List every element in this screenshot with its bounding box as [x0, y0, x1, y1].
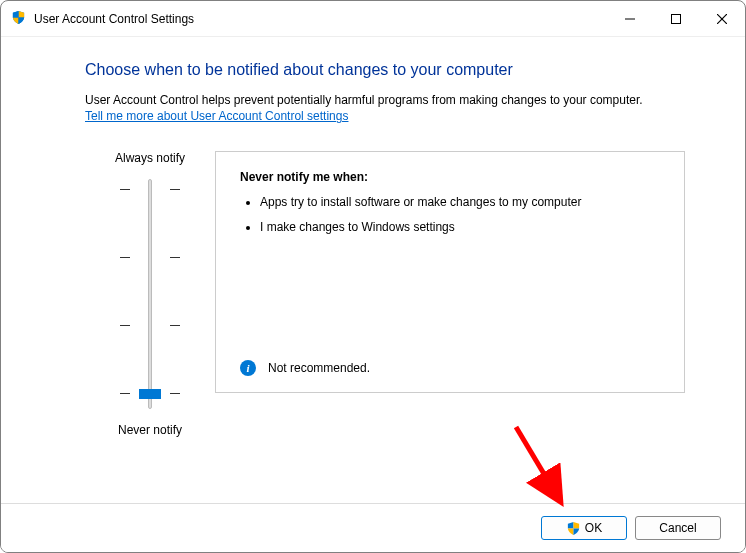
- info-panel: Never notify me when: Apps try to instal…: [215, 151, 685, 393]
- page-heading: Choose when to be notified about changes…: [85, 61, 685, 79]
- content-area: Choose when to be notified about changes…: [1, 37, 745, 503]
- slider-column: Always notify Never notify: [85, 151, 215, 437]
- maximize-button[interactable]: [653, 1, 699, 37]
- cancel-button-label: Cancel: [659, 521, 696, 535]
- slider-top-label: Always notify: [115, 151, 185, 165]
- window-title: User Account Control Settings: [34, 12, 607, 26]
- close-button[interactable]: [699, 1, 745, 37]
- slider-track: [148, 179, 152, 409]
- info-icon: i: [240, 360, 256, 376]
- recommendation-text: Not recommended.: [268, 361, 370, 375]
- ok-button[interactable]: OK: [541, 516, 627, 540]
- info-bullet: I make changes to Windows settings: [260, 219, 660, 236]
- info-list: Apps try to install software or make cha…: [240, 194, 660, 236]
- page-description: User Account Control helps prevent poten…: [85, 93, 685, 107]
- info-bullet: Apps try to install software or make cha…: [260, 194, 660, 211]
- uac-shield-icon: [566, 521, 581, 536]
- footer: OK Cancel: [1, 503, 745, 552]
- titlebar: User Account Control Settings: [1, 1, 745, 37]
- slider-bottom-label: Never notify: [118, 423, 182, 437]
- minimize-button[interactable]: [607, 1, 653, 37]
- slider-thumb[interactable]: [139, 389, 161, 399]
- learn-more-link[interactable]: Tell me more about User Account Control …: [85, 109, 348, 123]
- cancel-button[interactable]: Cancel: [635, 516, 721, 540]
- svg-rect-1: [672, 14, 681, 23]
- recommendation-row: i Not recommended.: [240, 360, 370, 376]
- uac-shield-icon: [11, 10, 26, 28]
- svg-line-4: [516, 427, 556, 494]
- uac-slider[interactable]: [120, 179, 180, 409]
- ok-button-label: OK: [585, 521, 602, 535]
- info-title: Never notify me when:: [240, 170, 660, 184]
